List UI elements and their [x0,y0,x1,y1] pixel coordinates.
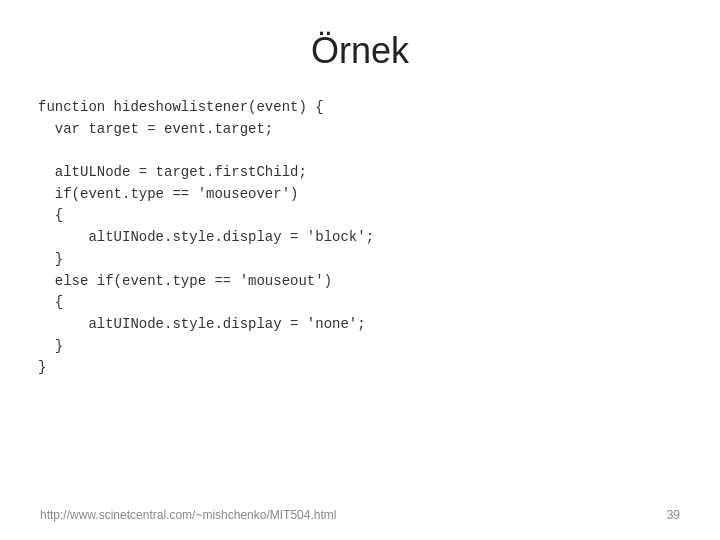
code-line-11: altUINode.style.display = 'none'; [38,314,720,336]
footer: http://www.scinetcentral.com/~mishchenko… [0,508,720,522]
code-line-4: altULNode = target.firstChild; [38,162,720,184]
code-line-5: if(event.type == 'mouseover') [38,184,720,206]
footer-page: 39 [667,508,680,522]
code-line-8: } [38,249,720,271]
code-line-10: { [38,292,720,314]
code-line-13: } [38,357,720,379]
code-line-9: else if(event.type == 'mouseout') [38,271,720,293]
footer-url: http://www.scinetcentral.com/~mishchenko… [40,508,336,522]
code-line-6: { [38,205,720,227]
slide-title: Örnek [0,0,720,92]
code-line-12: } [38,336,720,358]
code-line-2: var target = event.target; [38,119,720,141]
code-block: function hideshowlistener(event) { var t… [0,92,720,379]
code-line-7: altUINode.style.display = 'block'; [38,227,720,249]
slide: Örnek function hideshowlistener(event) {… [0,0,720,540]
code-line-1: function hideshowlistener(event) { [38,97,720,119]
code-line-3 [38,140,720,162]
